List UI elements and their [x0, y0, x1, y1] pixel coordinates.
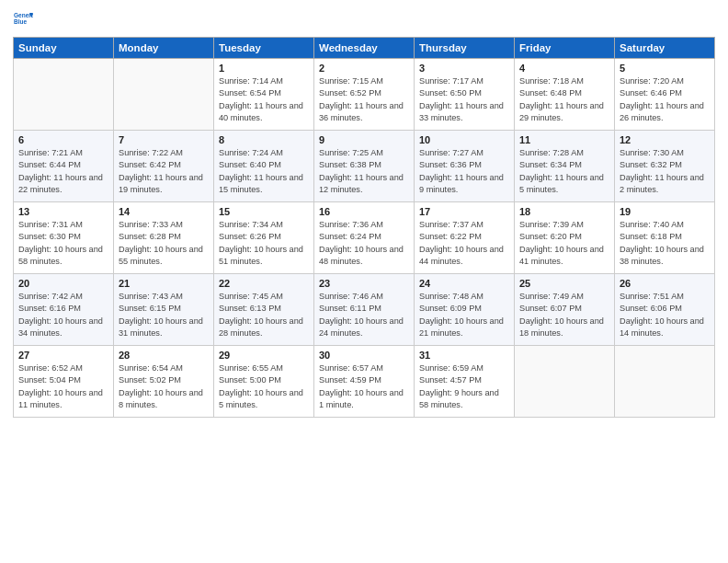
day-detail: Sunrise: 7:39 AM Sunset: 6:20 PM Dayligh… — [519, 219, 609, 268]
day-cell: 17Sunrise: 7:37 AM Sunset: 6:22 PM Dayli… — [415, 202, 515, 274]
day-detail: Sunrise: 7:49 AM Sunset: 6:07 PM Dayligh… — [519, 291, 609, 339]
day-number: 24 — [419, 278, 509, 289]
day-cell: 15Sunrise: 7:34 AM Sunset: 6:26 PM Dayli… — [214, 202, 314, 274]
header-cell-monday: Monday — [114, 38, 214, 59]
day-cell: 3Sunrise: 7:17 AM Sunset: 6:50 PM Daylig… — [415, 59, 515, 131]
day-number: 12 — [620, 134, 710, 145]
day-detail: Sunrise: 7:46 AM Sunset: 6:11 PM Dayligh… — [319, 291, 409, 339]
day-cell: 24Sunrise: 7:48 AM Sunset: 6:09 PM Dayli… — [415, 274, 515, 346]
day-cell — [114, 59, 214, 131]
day-cell: 1Sunrise: 7:14 AM Sunset: 6:54 PM Daylig… — [214, 59, 314, 131]
calendar-header-row: SundayMondayTuesdayWednesdayThursdayFrid… — [14, 38, 715, 59]
week-row-3: 13Sunrise: 7:31 AM Sunset: 6:30 PM Dayli… — [14, 202, 715, 274]
week-row-5: 27Sunrise: 6:52 AM Sunset: 5:04 PM Dayli… — [14, 346, 715, 418]
day-cell: 22Sunrise: 7:45 AM Sunset: 6:13 PM Dayli… — [214, 274, 314, 346]
day-number: 23 — [319, 278, 409, 289]
day-detail: Sunrise: 7:51 AM Sunset: 6:06 PM Dayligh… — [620, 291, 710, 339]
day-number: 31 — [419, 350, 509, 361]
svg-text:Blue: Blue — [14, 18, 27, 25]
day-detail: Sunrise: 7:17 AM Sunset: 6:50 PM Dayligh… — [419, 75, 509, 124]
header-cell-tuesday: Tuesday — [214, 38, 314, 59]
day-detail: Sunrise: 6:55 AM Sunset: 5:00 PM Dayligh… — [219, 362, 309, 411]
day-number: 20 — [18, 278, 108, 289]
day-number: 7 — [119, 134, 209, 145]
day-cell: 31Sunrise: 6:59 AM Sunset: 4:57 PM Dayli… — [415, 346, 515, 418]
day-cell: 30Sunrise: 6:57 AM Sunset: 4:59 PM Dayli… — [314, 346, 415, 418]
day-cell: 14Sunrise: 7:33 AM Sunset: 6:28 PM Dayli… — [114, 202, 214, 274]
day-number: 14 — [119, 206, 209, 217]
day-cell: 18Sunrise: 7:39 AM Sunset: 6:20 PM Dayli… — [515, 202, 615, 274]
day-detail: Sunrise: 6:59 AM Sunset: 4:57 PM Dayligh… — [419, 362, 509, 411]
day-detail: Sunrise: 7:36 AM Sunset: 6:24 PM Dayligh… — [319, 219, 409, 268]
day-number: 15 — [219, 206, 309, 217]
day-cell: 19Sunrise: 7:40 AM Sunset: 6:18 PM Dayli… — [615, 202, 715, 274]
day-cell: 2Sunrise: 7:15 AM Sunset: 6:52 PM Daylig… — [314, 59, 415, 131]
day-detail: Sunrise: 7:27 AM Sunset: 6:36 PM Dayligh… — [419, 147, 509, 196]
day-cell: 23Sunrise: 7:46 AM Sunset: 6:11 PM Dayli… — [314, 274, 415, 346]
day-number: 5 — [620, 63, 710, 74]
day-detail: Sunrise: 7:31 AM Sunset: 6:30 PM Dayligh… — [18, 219, 108, 268]
header-cell-wednesday: Wednesday — [314, 38, 415, 59]
day-number: 21 — [119, 278, 209, 289]
day-cell: 4Sunrise: 7:18 AM Sunset: 6:48 PM Daylig… — [515, 59, 615, 131]
day-detail: Sunrise: 7:18 AM Sunset: 6:48 PM Dayligh… — [519, 75, 609, 124]
day-detail: Sunrise: 7:20 AM Sunset: 6:46 PM Dayligh… — [620, 75, 710, 124]
day-cell: 26Sunrise: 7:51 AM Sunset: 6:06 PM Dayli… — [615, 274, 715, 346]
day-number: 16 — [319, 206, 409, 217]
day-number: 3 — [419, 63, 509, 74]
day-number: 25 — [519, 278, 609, 289]
header-cell-saturday: Saturday — [615, 38, 715, 59]
day-number: 26 — [620, 278, 710, 289]
day-cell: 13Sunrise: 7:31 AM Sunset: 6:30 PM Dayli… — [14, 202, 114, 274]
header-cell-friday: Friday — [515, 38, 615, 59]
day-number: 28 — [119, 350, 209, 361]
day-cell: 9Sunrise: 7:25 AM Sunset: 6:38 PM Daylig… — [314, 131, 415, 202]
day-cell: 5Sunrise: 7:20 AM Sunset: 6:46 PM Daylig… — [615, 59, 715, 131]
day-detail: Sunrise: 6:52 AM Sunset: 5:04 PM Dayligh… — [18, 362, 108, 411]
day-cell: 10Sunrise: 7:27 AM Sunset: 6:36 PM Dayli… — [415, 131, 515, 202]
day-number: 22 — [219, 278, 309, 289]
header-cell-thursday: Thursday — [415, 38, 515, 59]
day-number: 9 — [319, 134, 409, 145]
day-detail: Sunrise: 7:21 AM Sunset: 6:44 PM Dayligh… — [18, 147, 108, 196]
day-detail: Sunrise: 7:28 AM Sunset: 6:34 PM Dayligh… — [519, 147, 609, 196]
day-detail: Sunrise: 7:15 AM Sunset: 6:52 PM Dayligh… — [319, 75, 409, 124]
week-row-2: 6Sunrise: 7:21 AM Sunset: 6:44 PM Daylig… — [14, 131, 715, 202]
day-cell: 16Sunrise: 7:36 AM Sunset: 6:24 PM Dayli… — [314, 202, 415, 274]
day-number: 1 — [219, 63, 309, 74]
day-detail: Sunrise: 7:42 AM Sunset: 6:16 PM Dayligh… — [18, 291, 108, 339]
calendar-body: 1Sunrise: 7:14 AM Sunset: 6:54 PM Daylig… — [14, 59, 715, 418]
page-header: General Blue — [13, 9, 715, 29]
day-detail: Sunrise: 7:33 AM Sunset: 6:28 PM Dayligh… — [119, 219, 209, 268]
day-number: 30 — [319, 350, 409, 361]
day-cell: 29Sunrise: 6:55 AM Sunset: 5:00 PM Dayli… — [214, 346, 314, 418]
day-cell: 7Sunrise: 7:22 AM Sunset: 6:42 PM Daylig… — [114, 131, 214, 202]
week-row-1: 1Sunrise: 7:14 AM Sunset: 6:54 PM Daylig… — [14, 59, 715, 131]
calendar-table: SundayMondayTuesdayWednesdayThursdayFrid… — [13, 37, 715, 418]
day-detail: Sunrise: 7:48 AM Sunset: 6:09 PM Dayligh… — [419, 291, 509, 339]
day-detail: Sunrise: 7:24 AM Sunset: 6:40 PM Dayligh… — [219, 147, 309, 196]
day-detail: Sunrise: 7:34 AM Sunset: 6:26 PM Dayligh… — [219, 219, 309, 268]
day-number: 10 — [419, 134, 509, 145]
day-cell — [515, 346, 615, 418]
day-cell — [14, 59, 114, 131]
day-number: 19 — [620, 206, 710, 217]
day-number: 11 — [519, 134, 609, 145]
day-detail: Sunrise: 7:45 AM Sunset: 6:13 PM Dayligh… — [219, 291, 309, 339]
day-number: 29 — [219, 350, 309, 361]
day-detail: Sunrise: 7:40 AM Sunset: 6:18 PM Dayligh… — [620, 219, 710, 268]
day-detail: Sunrise: 7:25 AM Sunset: 6:38 PM Dayligh… — [319, 147, 409, 196]
day-number: 13 — [18, 206, 108, 217]
day-cell: 21Sunrise: 7:43 AM Sunset: 6:15 PM Dayli… — [114, 274, 214, 346]
day-detail: Sunrise: 7:30 AM Sunset: 6:32 PM Dayligh… — [620, 147, 710, 196]
day-cell: 20Sunrise: 7:42 AM Sunset: 6:16 PM Dayli… — [14, 274, 114, 346]
day-cell — [615, 346, 715, 418]
day-cell: 11Sunrise: 7:28 AM Sunset: 6:34 PM Dayli… — [515, 131, 615, 202]
day-cell: 27Sunrise: 6:52 AM Sunset: 5:04 PM Dayli… — [14, 346, 114, 418]
day-detail: Sunrise: 6:57 AM Sunset: 4:59 PM Dayligh… — [319, 362, 409, 411]
day-number: 27 — [18, 350, 108, 361]
logo: General Blue — [13, 9, 35, 29]
day-detail: Sunrise: 7:43 AM Sunset: 6:15 PM Dayligh… — [119, 291, 209, 339]
day-cell: 12Sunrise: 7:30 AM Sunset: 6:32 PM Dayli… — [615, 131, 715, 202]
day-number: 8 — [219, 134, 309, 145]
